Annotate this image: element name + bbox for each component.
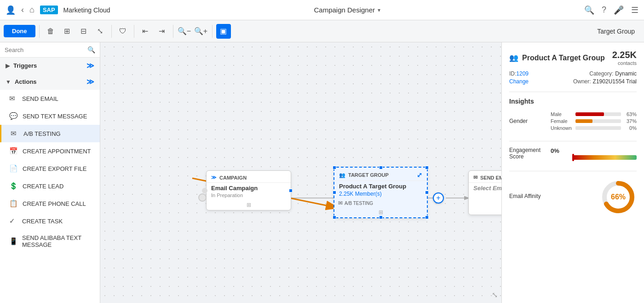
ab-badge-icon: ✉ [338,200,343,206]
canvas-area[interactable]: ≫ CAMPAIGN Email Campaign In Preparation… [100,42,501,303]
actions-badge: ≫ [86,77,94,86]
sidebar-item-create-lead[interactable]: 💲 CREATE LEAD [0,177,100,195]
delete-toolbar-icon[interactable]: 🗑 [43,24,58,39]
menu-icon[interactable]: ☰ [631,5,638,15]
search-nav-icon[interactable]: 🔍 [584,5,594,15]
target-group-bottom-icon: ⊞ [379,209,383,216]
sidebar-item-create-appointment[interactable]: 📅 CREATE APPOINTMENT [0,142,100,160]
actions-chevron-icon: ▼ [6,79,11,85]
target-group-node-title: Product A Target Group [334,181,427,191]
sidebar-item-label-create-task: CREATE TASK [22,218,63,225]
campaign-node-title: Email Campaign [207,183,291,192]
tg-handle-tr [425,166,429,169]
app-title: Marketing Cloud [63,6,110,14]
rp-target-group-icon: 👥 [509,53,518,62]
create-task-icon: ✓ [9,217,17,225]
engagement-marker [572,154,574,161]
split-toolbar-icon[interactable]: ⊞ [60,24,75,39]
toolbar-right-label: Target Group [597,28,640,35]
triggers-section-header[interactable]: ▶ Triggers ≫ [0,58,100,74]
send-email-node-type-label: SEND EMAIL [480,175,501,181]
send-email-node-icon: ✉ [473,175,477,181]
zoom-out-toolbar-icon[interactable]: 🔍− [177,24,192,39]
campaign-node[interactable]: ≫ CAMPAIGN Email Campaign In Preparation… [206,170,291,210]
toolbar-separator-4 [173,25,173,38]
sidebar-item-label-create-export-file: CREATE EXPORT FILE [23,165,86,172]
gender-label: Gender [509,118,551,124]
sidebar-item-label-send-alibaba: SEND ALIBABA TEXT MESSAGE [22,234,94,248]
engagement-bar [572,155,637,160]
engagement-label: Engagement Score [509,147,551,160]
canvas-resize-handle[interactable]: ⤡ [492,291,498,299]
target-group-type-label: TARGET GROUP [348,172,389,178]
page-title-dropdown-icon[interactable]: ▾ [378,7,380,13]
triggers-chevron-icon: ▶ [6,63,10,69]
expand-right-toolbar-icon[interactable]: ⇥ [155,24,169,39]
send-text-icon: 💬 [9,112,18,120]
top-nav: 👤 ‹ ⌂ SAP Marketing Cloud Campaign Desig… [0,0,644,20]
back-icon[interactable]: ‹ [21,5,24,15]
create-lead-icon: 💲 [9,182,18,190]
engagement-row: Engagement Score 0% [509,147,637,160]
rp-contacts-label: contacts [612,60,637,66]
tg-handle-tc [379,166,383,169]
expand-left-toolbar-icon[interactable]: ⇤ [138,24,153,39]
tg-handle-mr [425,191,429,194]
sidebar-item-create-task[interactable]: ✓ CREATE TASK [0,212,100,230]
help-icon[interactable]: ? [602,5,606,15]
rp-header: 👥 Product A Target Group 2.25K contacts [509,50,637,66]
target-group-expand-icon[interactable]: ⤢ [417,171,422,179]
send-alibaba-icon: 📱 [9,237,17,245]
gender-unknown-bar-row: Unknown 0% [551,125,637,131]
done-button[interactable]: Done [4,25,35,37]
gender-unknown-label: Unknown [551,125,573,131]
actions-section-header[interactable]: ▼ Actions ≫ [0,74,100,90]
rp-divider-3 [509,171,637,171]
gender-female-value: 37% [624,118,637,124]
search-input[interactable] [5,47,87,53]
rp-category-label: Category: [589,70,613,77]
target-group-ab-badge: ✉ A/B TESTING [334,199,427,209]
gender-male-bar-track [575,112,621,116]
add-node-button[interactable]: + [433,192,444,204]
rp-id-label: ID: [509,70,516,77]
gender-female-label: Female [551,118,573,124]
rp-owner-label: Owner: [573,78,591,85]
rp-change-link[interactable]: Change [509,78,529,85]
top-nav-right-icons: 🔍 ? 🎤 ☰ [584,5,638,15]
ab-badge-label: A/B TESTING [345,201,373,206]
rp-contacts-count-wrap: 2.25K contacts [612,50,637,66]
user-icon[interactable]: 👤 [6,5,16,15]
toolbar-separator-5 [212,25,213,38]
gender-female-bar-row: Female 37% [551,118,637,124]
home-icon[interactable]: ⌂ [29,5,34,15]
sidebar-item-label-create-lead: CREATE LEAD [23,183,63,190]
rp-target-name: Product A Target Group [522,54,609,62]
actions-label: Actions [15,78,37,85]
send-email-node[interactable]: ✉ SEND EMAIL Select Email ⚠ ⊞ [468,170,501,215]
sidebar-item-create-phone-call[interactable]: 📋 CREATE PHONE CALL [0,195,100,212]
sidebar-item-label-create-phone-call: CREATE PHONE CALL [23,200,86,207]
sidebar-item-send-email[interactable]: ✉ SEND EMAIL [0,90,100,107]
toolbar-separator-2 [111,25,112,38]
gender-male-bar-row: Male 63% [551,111,637,117]
send-email-node-header: ✉ SEND EMAIL [469,171,501,183]
collapse-toolbar-icon[interactable]: ⤡ [93,24,108,39]
sidebar-item-create-export-file[interactable]: 📄 CREATE EXPORT FILE [0,160,100,177]
rp-id-value[interactable]: 1209 [516,70,529,77]
sidebar-item-send-text[interactable]: 💬 SEND TEXT MESSAGE [0,107,100,125]
target-group-node[interactable]: 👥 TARGET GROUP ⤢ Product A Target Group … [334,167,428,218]
flow-start-indicator [198,193,207,202]
merge-toolbar-icon[interactable]: ⊟ [76,24,91,39]
toolbar-separator-1 [39,25,40,38]
page-title: Campaign Designer [314,6,375,14]
rp-contacts-count: 2.25K [612,50,637,60]
shield-toolbar-icon[interactable]: 🛡 [115,24,130,39]
panel-toolbar-icon[interactable]: ▣ [216,24,231,39]
toolbar: Done 🗑 ⊞ ⊟ ⤡ 🛡 ⇤ ⇥ 🔍− 🔍+ ▣ Target Group [0,20,644,42]
sidebar-item-send-alibaba[interactable]: 📱 SEND ALIBABA TEXT MESSAGE [0,230,100,253]
zoom-in-toolbar-icon[interactable]: 🔍+ [194,24,208,39]
mic-icon[interactable]: 🎤 [614,5,624,15]
sidebar-item-ab-testing[interactable]: ✉ A/B TESTING [0,125,100,142]
target-group-members: 2.25K Member(s) [334,191,427,199]
